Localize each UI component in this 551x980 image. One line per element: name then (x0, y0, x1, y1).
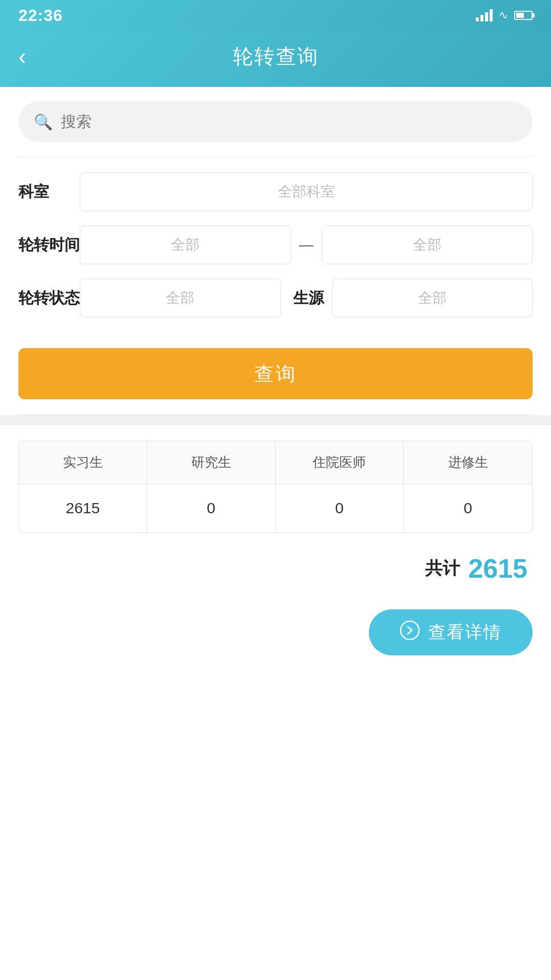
stats-table: 实习生 研究生 住院医师 进修生 2615 0 (18, 441, 533, 533)
status-bar: 22:36 ∿ (0, 0, 551, 31)
stats-header: 实习生 研究生 住院医师 进修生 (19, 441, 532, 484)
results-section: 实习生 研究生 住院医师 进修生 2615 0 (0, 425, 551, 681)
signal-icon (476, 9, 493, 21)
total-value: 2615 (468, 553, 527, 584)
status-label: 轮转状态 (18, 288, 80, 309)
time-filter-row: 轮转时间 全部 — 全部 (18, 225, 533, 264)
header-intern: 实习生 (19, 441, 147, 484)
department-select[interactable]: 全部科室 (80, 172, 533, 211)
nav-bar: ‹ 轮转查询 (0, 31, 551, 87)
stats-body: 2615 0 0 0 (19, 484, 532, 532)
detail-button[interactable]: 查看详情 (369, 609, 533, 655)
time-dash: — (291, 237, 322, 253)
total-row: 共计 2615 (18, 553, 533, 584)
status-source-filter-row: 轮转状态 全部 生源 全部 (18, 279, 533, 317)
query-button[interactable]: 查询 (18, 348, 533, 399)
time-end-select[interactable]: 全部 (322, 225, 533, 264)
value-trainee: 0 (404, 484, 532, 532)
header-trainee: 进修生 (404, 441, 532, 484)
header-resident: 住院医师 (276, 441, 404, 484)
filter-section: 科室 全部科室 轮转时间 全部 — 全部 轮转状态 全部 (0, 157, 551, 333)
main-content: 🔍 科室 全部科室 轮转时间 全部 — 全部 (0, 87, 551, 980)
detail-button-icon (400, 620, 420, 645)
detail-button-label: 查看详情 (428, 621, 502, 644)
search-bar[interactable]: 🔍 (18, 101, 533, 142)
detail-row: 查看详情 (18, 609, 533, 666)
search-section: 🔍 (0, 87, 551, 156)
search-icon: 🔍 (34, 113, 53, 131)
battery-icon (514, 11, 533, 20)
search-input[interactable] (61, 113, 517, 130)
bottom-space (0, 681, 551, 980)
value-resident: 0 (276, 484, 404, 532)
value-graduate: 0 (147, 484, 276, 532)
department-label: 科室 (18, 181, 80, 202)
total-label: 共计 (425, 557, 460, 580)
back-button[interactable]: ‹ (18, 44, 26, 68)
header-graduate: 研究生 (147, 441, 276, 484)
source-select[interactable]: 全部 (332, 279, 533, 317)
svg-point-0 (401, 621, 419, 640)
status-time: 22:36 (18, 6, 63, 25)
query-section: 查询 (0, 333, 551, 415)
wifi-icon: ∿ (499, 9, 508, 22)
department-filter-row: 科室 全部科室 (18, 172, 533, 211)
status-icons: ∿ (476, 9, 533, 22)
section-divider (0, 415, 551, 425)
source-label: 生源 (293, 288, 324, 309)
time-label: 轮转时间 (18, 235, 80, 256)
status-select[interactable]: 全部 (80, 279, 281, 317)
value-intern: 2615 (19, 484, 147, 532)
page-title: 轮转查询 (233, 42, 319, 71)
time-start-select[interactable]: 全部 (80, 225, 291, 264)
